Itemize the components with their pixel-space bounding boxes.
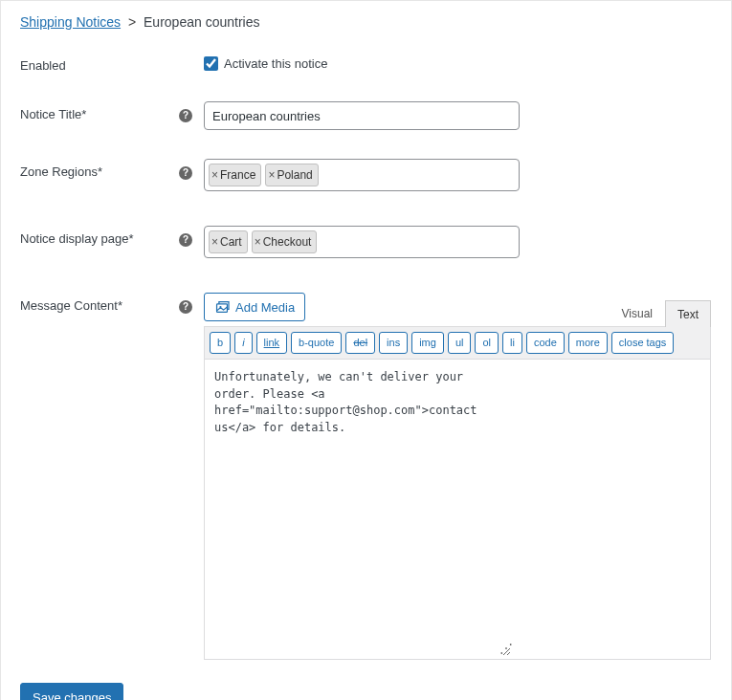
help-icon[interactable]: ?	[179, 109, 192, 122]
message-content-textarea[interactable]	[205, 360, 511, 656]
enabled-checkbox[interactable]	[204, 56, 218, 71]
zone-regions-select[interactable]: × France × Poland	[204, 159, 520, 191]
enabled-checkbox-label[interactable]: Activate this notice	[224, 56, 327, 71]
save-changes-button[interactable]: Save changes	[20, 683, 123, 700]
chip-label: Cart	[220, 235, 242, 249]
chip-label: Checkout	[263, 235, 312, 249]
qt-code-button[interactable]: code	[526, 332, 565, 354]
label-notice-title-text: Notice Title*	[20, 107, 86, 121]
qt-link-button[interactable]: link	[256, 332, 288, 354]
label-zone-regions: Zone Regions* ?	[20, 159, 204, 179]
row-zone-regions: Zone Regions* ? × France × Poland	[20, 159, 712, 191]
qt-ul-button[interactable]: ul	[448, 332, 472, 354]
breadcrumb-current: European countries	[144, 14, 259, 30]
qt-close-tags-button[interactable]: close tags	[611, 332, 675, 354]
chip-label: Poland	[277, 168, 312, 182]
media-icon	[214, 300, 230, 314]
qt-more-button[interactable]: more	[568, 332, 608, 354]
chip-remove-icon[interactable]: ×	[211, 236, 218, 248]
qt-bold-button[interactable]: b	[210, 332, 231, 354]
row-message-content: Message Content* ? Add Media	[20, 293, 712, 660]
row-display-page: Notice display page* ? × Cart × Checkout	[20, 226, 712, 258]
breadcrumb: Shipping Notices > European countries	[20, 14, 712, 30]
label-enabled: Enabled	[20, 53, 204, 73]
quicktags-toolbar: b i link b-quote del ins img ul ol li co…	[205, 327, 710, 360]
qt-blockquote-button[interactable]: b-quote	[291, 332, 342, 354]
display-page-chip: × Checkout	[252, 230, 318, 253]
label-message-content-text: Message Content*	[20, 298, 122, 313]
chip-remove-icon[interactable]: ×	[211, 169, 218, 181]
help-icon[interactable]: ?	[179, 166, 192, 180]
help-icon[interactable]: ?	[179, 233, 192, 247]
qt-del-button[interactable]: del	[345, 332, 375, 354]
editor-tabs: Visual Text	[610, 300, 711, 327]
editor-top-row: Add Media Visual Text	[204, 293, 711, 327]
tab-text[interactable]: Text	[665, 300, 711, 327]
row-notice-title: Notice Title* ?	[20, 101, 712, 130]
chip-label: France	[220, 168, 255, 182]
qt-li-button[interactable]: li	[502, 332, 522, 354]
label-message-content: Message Content* ?	[20, 293, 204, 313]
label-zone-regions-text: Zone Regions*	[20, 164, 102, 179]
chip-remove-icon[interactable]: ×	[255, 236, 261, 248]
row-enabled: Enabled Activate this notice	[20, 53, 712, 73]
zone-chip: × France	[209, 164, 261, 186]
page-wrapper: Shipping Notices > European countries En…	[0, 0, 732, 700]
label-display-page-text: Notice display page*	[20, 231, 134, 246]
zone-chip: × Poland	[265, 164, 318, 186]
editor-container: b i link b-quote del ins img ul ol li co…	[204, 326, 711, 660]
help-icon[interactable]: ?	[179, 300, 192, 314]
notice-title-input[interactable]	[204, 101, 520, 130]
qt-ins-button[interactable]: ins	[379, 332, 408, 354]
label-display-page: Notice display page* ?	[20, 226, 204, 246]
qt-italic-button[interactable]: i	[234, 332, 252, 354]
chip-remove-icon[interactable]: ×	[268, 169, 275, 181]
add-media-button[interactable]: Add Media	[204, 293, 305, 321]
qt-ol-button[interactable]: ol	[475, 332, 499, 354]
qt-img-button[interactable]: img	[411, 332, 444, 354]
display-page-select[interactable]: × Cart × Checkout	[204, 226, 520, 258]
add-media-label: Add Media	[235, 300, 295, 315]
breadcrumb-separator: >	[128, 14, 136, 30]
label-notice-title: Notice Title* ?	[20, 101, 204, 121]
breadcrumb-parent-link[interactable]: Shipping Notices	[20, 14, 121, 30]
tab-visual[interactable]: Visual	[610, 300, 665, 327]
display-page-chip: × Cart	[209, 230, 248, 253]
